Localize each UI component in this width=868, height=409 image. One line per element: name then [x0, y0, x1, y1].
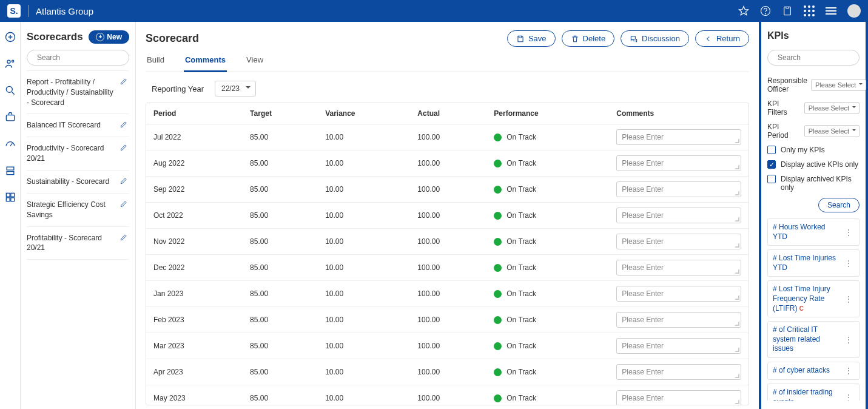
rail-people-icon[interactable]	[4, 57, 17, 70]
comment-input[interactable]: Please Enter	[616, 181, 741, 197]
comment-input[interactable]: Please Enter	[616, 286, 741, 302]
kpi-item[interactable]: # Lost Time Injury Frequency Rate (LTIFR…	[767, 280, 860, 317]
scorecard-item[interactable]: Report - Profitability / Productivity / …	[27, 70, 129, 113]
return-button[interactable]: Return	[695, 30, 749, 47]
cell-period: Feb 2023	[146, 307, 243, 333]
apps-icon[interactable]	[804, 5, 815, 16]
table-row: Feb 202385.0010.00100.00On TrackPlease E…	[146, 307, 749, 333]
comment-input[interactable]: Please Enter	[616, 338, 741, 354]
comment-input[interactable]: Please Enter	[616, 390, 741, 405]
page-title: Scorecard	[146, 32, 199, 45]
kpi-item-label[interactable]: # of Critical IT system related issues	[773, 325, 841, 354]
edit-icon[interactable]	[119, 77, 128, 87]
logo-icon[interactable]: S.	[7, 4, 21, 18]
rail-add-icon[interactable]	[4, 30, 17, 44]
cell-target: 85.00	[243, 333, 318, 359]
comment-input[interactable]: Please Enter	[616, 208, 741, 223]
tab-view[interactable]: View	[245, 52, 264, 72]
menu-icon[interactable]	[826, 5, 836, 16]
kebab-icon[interactable]: ⋮	[843, 393, 854, 401]
comment-input[interactable]: Please Enter	[616, 129, 741, 145]
kpi-item[interactable]: # of insider trading events⋮	[767, 384, 860, 401]
kpi-item[interactable]: # of Critical IT system related issues⋮	[767, 321, 860, 358]
resp-officer-select[interactable]: Please Select	[811, 79, 866, 91]
discussion-button-label: Discussion	[642, 34, 680, 43]
discussion-button[interactable]: Discussion	[621, 30, 689, 47]
kpi-search-button[interactable]: Search	[818, 198, 860, 212]
scorecard-item[interactable]: Balanced IT Scorecard	[27, 113, 129, 137]
comment-input[interactable]: Please Enter	[616, 260, 741, 275]
rail-layers-icon[interactable]	[4, 164, 17, 177]
kpi-search[interactable]	[767, 50, 860, 66]
rail-gauge-icon[interactable]	[4, 137, 17, 150]
cell-comments: Please Enter	[609, 150, 749, 177]
scorecard-search[interactable]	[27, 50, 129, 66]
cell-variance: 10.00	[318, 333, 410, 359]
cell-actual: 100.00	[410, 281, 486, 307]
table-row: Dec 202285.0010.00100.00On TrackPlease E…	[146, 255, 749, 281]
kpi-filters-select[interactable]: Please Select	[804, 102, 860, 114]
kpi-period-select[interactable]: Please Select	[804, 125, 860, 137]
svg-rect-10	[7, 172, 14, 175]
reporting-year-select[interactable]: 22/23	[215, 81, 256, 96]
edit-icon[interactable]	[119, 177, 128, 187]
cell-period: May 2023	[146, 385, 243, 406]
kpi-item-label[interactable]: # Hours Worked YTD	[773, 223, 841, 242]
scorecard-item[interactable]: Sustainability - Scorecard	[27, 170, 129, 193]
cell-period: Apr 2023	[146, 359, 243, 385]
rail-search-icon[interactable]	[4, 84, 17, 97]
kpi-item-label[interactable]: # of insider trading events	[773, 388, 841, 401]
edit-icon[interactable]	[119, 120, 128, 130]
avatar[interactable]	[847, 4, 861, 18]
return-button-label: Return	[716, 34, 740, 43]
svg-rect-9	[7, 167, 14, 170]
help-icon[interactable]	[760, 5, 771, 16]
kpi-item[interactable]: # of cyber attacks⋮	[767, 362, 860, 380]
kpi-item-label[interactable]: # Lost Time Injuries YTD	[773, 254, 841, 272]
archived-kpis-checkbox[interactable]	[767, 175, 776, 183]
rail-briefcase-icon[interactable]	[4, 110, 17, 124]
save-button[interactable]: Save	[507, 30, 556, 47]
kebab-icon[interactable]: ⋮	[843, 335, 854, 345]
kpi-search-input[interactable]	[778, 53, 868, 62]
rail-grid-icon[interactable]	[4, 191, 17, 204]
edit-icon[interactable]	[119, 143, 128, 154]
star-icon[interactable]	[738, 5, 749, 16]
kebab-icon[interactable]: ⋮	[843, 228, 854, 237]
tab-comments[interactable]: Comments	[184, 52, 227, 72]
active-kpis-checkbox[interactable]: ✓	[767, 160, 776, 169]
cell-variance: 10.00	[318, 385, 410, 406]
scorecard-item[interactable]: Strategic Efficiency Cost Savings	[27, 193, 129, 226]
svg-rect-14	[10, 198, 14, 201]
cell-performance: On Track	[486, 203, 609, 229]
center-panel: Scorecard Save Delete Discussion Return …	[136, 22, 761, 409]
clipboard-icon[interactable]	[782, 5, 793, 16]
kpi-item-label[interactable]: # of cyber attacks	[773, 366, 830, 376]
edit-icon[interactable]	[119, 200, 128, 210]
kebab-icon[interactable]: ⋮	[843, 366, 854, 376]
kebab-icon[interactable]: ⋮	[843, 259, 854, 268]
scorecard-item[interactable]: Profitability - Scorecard 20/21	[27, 226, 129, 260]
cell-variance: 10.00	[318, 255, 410, 281]
cell-target: 85.00	[243, 255, 318, 281]
comment-input[interactable]: Please Enter	[616, 364, 741, 380]
comment-input[interactable]: Please Enter	[616, 312, 741, 328]
kpi-item-label[interactable]: # Lost Time Injury Frequency Rate (LTIFR…	[773, 285, 841, 313]
kpi-period-label: KPI Period	[767, 123, 801, 140]
svg-rect-12	[10, 193, 14, 197]
new-button[interactable]: +New	[89, 30, 129, 44]
only-my-kpis-checkbox[interactable]	[767, 146, 776, 154]
edit-icon[interactable]	[119, 233, 128, 243]
scorecard-item[interactable]: Productivity - Scorecard 20/21	[27, 137, 129, 170]
scorecard-search-input[interactable]	[37, 53, 128, 62]
kebab-icon[interactable]: ⋮	[843, 294, 854, 304]
comment-input[interactable]: Please Enter	[616, 234, 741, 249]
kpi-item[interactable]: # Lost Time Injuries YTD⋮	[767, 249, 860, 277]
col-header: Variance	[318, 103, 410, 124]
tab-build[interactable]: Build	[146, 52, 166, 72]
cell-performance: On Track	[486, 307, 609, 333]
delete-button[interactable]: Delete	[562, 30, 615, 47]
comment-input[interactable]: Please Enter	[616, 155, 741, 171]
archived-kpis-label: Display archived KPIs only	[781, 175, 860, 192]
kpi-item[interactable]: # Hours Worked YTD⋮	[767, 218, 860, 246]
